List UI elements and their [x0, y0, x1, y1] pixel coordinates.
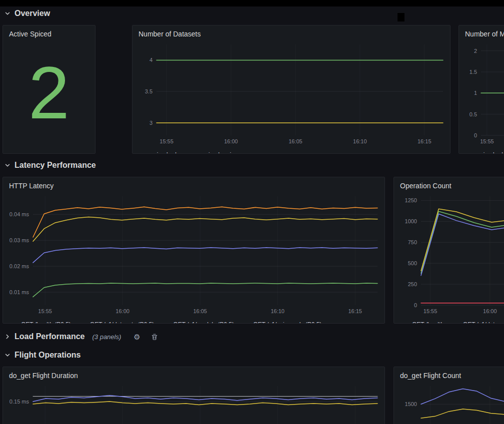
chart-svg: 02505007501000125015:5516:0016:0516:1016…: [398, 191, 504, 317]
gear-icon[interactable]: ⚙: [134, 333, 140, 341]
do-get-flight-count-chart[interactable]: 05001000150015:5516:0016:0516:1016:15: [398, 381, 504, 424]
chart-svg: 0.01 ms0.02 ms0.03 ms0.04 ms15:5516:0016…: [7, 191, 380, 317]
legend-item[interactable]: GET /v1/datasets: [452, 321, 504, 324]
top-bar: [0, 0, 504, 6]
svg-text:250: 250: [408, 281, 417, 287]
svg-text:15:55: 15:55: [480, 138, 494, 144]
legend-item[interactable]: GET /v1/datasets (P0.5): [79, 321, 154, 324]
legend-label: GET /health (P0.5): [21, 321, 71, 324]
panel-count-label: (3 panels): [92, 333, 121, 341]
svg-text:0.02 ms: 0.02 ms: [10, 263, 30, 269]
panel-http-latency: HTTP Latency 0.01 ms0.02 ms0.03 ms0.04 m…: [2, 177, 385, 324]
chevron-right-icon: [4, 333, 11, 340]
svg-text:16:05: 16:05: [288, 138, 302, 144]
svg-text:16:10: 16:10: [270, 308, 284, 314]
svg-text:0.15 ms: 0.15 ms: [10, 399, 30, 405]
panel-title-number-of-models[interactable]: Number of Models: [459, 25, 504, 39]
legend-label: GET /v1/datasets (P0.5): [90, 321, 154, 324]
panel-title-http-latency[interactable]: HTTP Latency: [3, 177, 384, 191]
legend-label: GET /health: [412, 321, 444, 324]
chevron-down-icon: [4, 10, 11, 17]
panel-do-get-flight-duration: do_get Flight Duration 0.05 ms0.10 ms0.1…: [2, 367, 385, 424]
legend-item[interactable]: GET /v1/spicepods (P0.5): [242, 321, 322, 324]
legend-label: GET /v1/datasets: [463, 321, 504, 324]
number-of-models-chart[interactable]: 00.511.5215:5516:0016:0516:1016:15: [463, 39, 504, 149]
svg-text:1500: 1500: [405, 401, 417, 407]
svg-text:0: 0: [414, 302, 417, 308]
panel-number-of-datasets: Number of Datasets 33.5415:5516:0016:051…: [132, 25, 450, 154]
svg-text:2: 2: [474, 48, 477, 54]
legend-item[interactable]: GET /health (P0.5): [10, 321, 71, 324]
svg-text:1: 1: [474, 90, 477, 96]
svg-text:0.03 ms: 0.03 ms: [10, 237, 30, 243]
svg-text:1.5: 1.5: [470, 69, 477, 75]
trash-icon[interactable]: [151, 333, 158, 341]
number-of-datasets-legend: spiced-edgespiced-main: [132, 149, 450, 154]
legend-label: GET /v1/spicepods (P0.5): [253, 321, 322, 324]
number-of-datasets-chart[interactable]: 33.5415:5516:0016:0516:1016:15: [136, 39, 446, 149]
legend-item[interactable]: spiced-edge: [466, 151, 504, 154]
chart-svg: 00.511.5215:5516:0016:0516:1016:15: [463, 39, 504, 147]
chevron-down-icon: [4, 352, 11, 359]
svg-text:16:10: 16:10: [353, 138, 367, 144]
svg-text:15:55: 15:55: [38, 308, 52, 314]
legend-label: GET /v1/models (P0.5): [173, 321, 234, 324]
svg-text:3: 3: [150, 120, 152, 126]
panel-number-of-models: Number of Models 00.511.5215:5516:0016:0…: [458, 25, 504, 154]
svg-text:16:15: 16:15: [418, 138, 432, 144]
section-label-latency-performance: Latency Performance: [14, 161, 96, 170]
do-get-flight-duration-chart[interactable]: 0.05 ms0.10 ms0.15 ms15:5516:0016:0516:1…: [7, 381, 380, 424]
svg-text:16:00: 16:00: [116, 308, 130, 314]
section-header-overview[interactable]: Overview: [4, 7, 50, 20]
svg-text:1250: 1250: [405, 197, 417, 203]
section-label-load-performance: Load Performance: [14, 332, 84, 341]
svg-text:16:00: 16:00: [483, 308, 497, 314]
svg-text:4: 4: [150, 57, 152, 63]
operation-count-legend: GET /healthGET /v1/datasetsGET /v1/model…: [394, 319, 504, 324]
number-of-models-legend: spiced-edge: [459, 149, 504, 154]
section-header-load-performance[interactable]: Load Performance (3 panels) ⚙: [4, 330, 158, 343]
panel-title-number-of-datasets[interactable]: Number of Datasets: [132, 25, 450, 39]
legend-item[interactable]: spiced-main: [191, 151, 234, 154]
svg-text:0: 0: [474, 132, 477, 138]
stat-value-active-spiced: 2: [3, 39, 95, 153]
panel-do-get-flight-count: do_get Flight Count 05001000150015:5516:…: [394, 367, 504, 424]
grafana-dashboard: { "colors": { "bg": "#111217", "panel_bg…: [0, 0, 504, 424]
legend-item[interactable]: GET /v1/models (P0.5): [162, 321, 234, 324]
svg-text:16:05: 16:05: [193, 308, 207, 314]
legend-label: spiced-edge: [477, 151, 504, 154]
section-label-overview: Overview: [14, 9, 50, 18]
section-header-latency-performance[interactable]: Latency Performance: [4, 159, 96, 172]
svg-text:0.04 ms: 0.04 ms: [10, 211, 30, 217]
section-header-flight-operations[interactable]: Flight Operations: [4, 349, 80, 362]
svg-text:0.5: 0.5: [470, 111, 477, 117]
http-latency-chart[interactable]: 0.01 ms0.02 ms0.03 ms0.04 ms15:5516:0016…: [7, 191, 380, 319]
panel-active-spiced: Active Spiced 2: [2, 25, 96, 154]
section-label-flight-operations: Flight Operations: [14, 351, 80, 360]
legend-label: spiced-main: [202, 151, 234, 154]
panel-title-operation-count[interactable]: Operation Count: [394, 177, 504, 191]
top-right-black-patch: [398, 13, 404, 21]
chevron-down-icon: [4, 162, 11, 169]
operation-count-chart[interactable]: 02505007501000125015:5516:0016:0516:1016…: [398, 191, 504, 319]
panel-title-do-get-flight-count[interactable]: do_get Flight Count: [394, 367, 504, 381]
svg-text:16:00: 16:00: [224, 138, 238, 144]
svg-text:750: 750: [408, 239, 417, 245]
svg-text:15:55: 15:55: [160, 138, 174, 144]
svg-text:0.01 ms: 0.01 ms: [10, 289, 30, 295]
legend-item[interactable]: spiced-edge: [140, 151, 183, 154]
chart-svg: 05001000150015:5516:0016:0516:1016:15: [398, 381, 504, 424]
chart-svg: 33.5415:5516:0016:0516:1016:15: [136, 39, 446, 147]
svg-text:15:55: 15:55: [424, 308, 438, 314]
panel-title-active-spiced[interactable]: Active Spiced: [3, 25, 95, 39]
svg-text:500: 500: [408, 260, 417, 266]
svg-text:1000: 1000: [405, 218, 417, 224]
panel-title-do-get-flight-duration[interactable]: do_get Flight Duration: [3, 367, 384, 381]
http-latency-legend: GET /health (P0.5)GET /v1/datasets (P0.5…: [3, 319, 384, 324]
panel-operation-count: Operation Count 02505007501000125015:551…: [394, 177, 504, 324]
legend-item[interactable]: GET /health: [401, 321, 444, 324]
legend-label: spiced-edge: [150, 151, 183, 154]
svg-text:16:15: 16:15: [348, 308, 362, 314]
svg-text:3.5: 3.5: [145, 88, 152, 94]
chart-svg: 0.05 ms0.10 ms0.15 ms15:5516:0016:0516:1…: [7, 381, 380, 424]
